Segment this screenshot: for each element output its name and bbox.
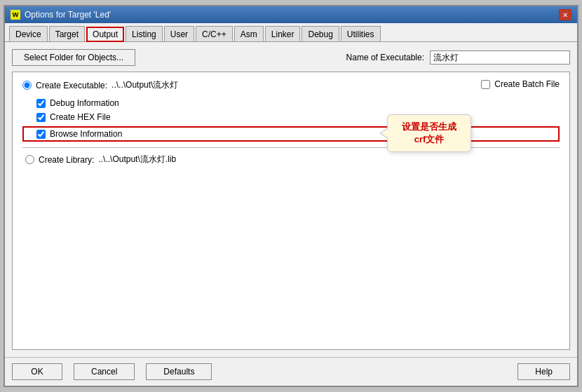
footer-center-buttons: OK Cancel Defaults	[12, 363, 212, 380]
create-lib-path: ..\..\Output\流水灯.lib	[98, 154, 176, 165]
output-group: Create Executable: ..\..\Output\流水灯 Debu…	[12, 72, 570, 350]
tab-output[interactable]: Output	[86, 27, 124, 42]
main-window: W Options for Target 'Led' ✕ Device Targ…	[4, 5, 578, 387]
debug-info-row: Debug Information	[22, 98, 560, 108]
tab-cpp[interactable]: C/C++	[196, 26, 233, 41]
create-batch-row: Create Batch File	[481, 79, 560, 89]
window-title: Options for Target 'Led'	[25, 10, 111, 20]
create-exec-radio[interactable]	[22, 81, 32, 90]
tabs-row: Device Target Output Listing User C/C++ …	[5, 23, 577, 42]
name-exec-label: Name of Executable:	[346, 53, 424, 62]
top-row: Select Folder for Objects... Name of Exe…	[12, 49, 570, 66]
defaults-button[interactable]: Defaults	[146, 363, 212, 380]
content-area: Select Folder for Objects... Name of Exe…	[5, 42, 577, 357]
create-hex-row: Create HEX File	[22, 112, 560, 122]
title-bar: W Options for Target 'Led' ✕	[5, 6, 577, 23]
select-folder-button[interactable]: Select Folder for Objects...	[12, 49, 135, 66]
ok-button[interactable]: OK	[12, 363, 62, 380]
tab-asm[interactable]: Asm	[234, 26, 264, 41]
help-button[interactable]: Help	[517, 363, 570, 380]
tab-linker[interactable]: Linker	[265, 26, 301, 41]
title-bar-left: W Options for Target 'Led'	[11, 10, 111, 20]
tab-listing[interactable]: Listing	[126, 26, 163, 41]
name-exec-row: Name of Executable:	[346, 50, 570, 65]
name-exec-input[interactable]	[430, 50, 570, 65]
debug-info-checkbox[interactable]	[36, 99, 46, 108]
cancel-button[interactable]: Cancel	[74, 363, 135, 380]
create-batch-checkbox[interactable]	[481, 80, 490, 89]
browse-info-checkbox[interactable]	[36, 130, 46, 139]
callout-bubble: 设置是否生成crf文件	[387, 114, 471, 152]
create-lib-radio[interactable]	[25, 155, 34, 164]
create-exec-label: Create Executable:	[36, 81, 107, 90]
browse-info-row: Browse Information	[22, 126, 560, 142]
separator	[22, 147, 560, 148]
tab-debug[interactable]: Debug	[302, 26, 339, 41]
footer-right-buttons: Help	[517, 363, 570, 380]
tab-user[interactable]: User	[164, 26, 194, 41]
close-button[interactable]: ✕	[559, 9, 571, 20]
create-exec-row: Create Executable: ..\..\Output\流水灯	[22, 79, 560, 91]
tab-target[interactable]: Target	[49, 26, 85, 41]
tab-device[interactable]: Device	[9, 26, 48, 41]
browse-info-label: Browse Information	[50, 129, 122, 139]
create-lib-row: Create Library: ..\..\Output\流水灯.lib	[22, 154, 560, 165]
create-exec-path: ..\..\Output\流水灯	[111, 79, 178, 91]
tab-utilities[interactable]: Utilities	[341, 26, 381, 41]
create-lib-label: Create Library:	[39, 155, 94, 165]
footer: OK Cancel Defaults Help	[5, 357, 577, 386]
footer-row: OK Cancel Defaults Help	[12, 363, 570, 380]
window-icon: W	[11, 10, 20, 20]
callout-text: 设置是否生成crf文件	[402, 121, 456, 144]
create-batch-label: Create Batch File	[494, 79, 560, 89]
create-hex-label: Create HEX File	[50, 112, 111, 122]
create-hex-checkbox[interactable]	[36, 113, 46, 122]
debug-info-label: Debug Information	[50, 98, 119, 108]
